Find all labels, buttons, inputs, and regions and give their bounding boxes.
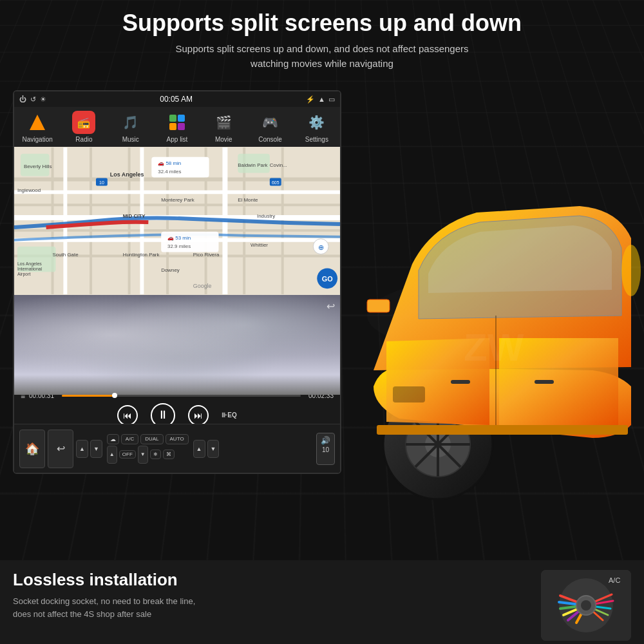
battery-icon: ▭: [328, 95, 335, 104]
device-area: ⏻ ↺ ☀ 00:05 AM ⚡ ▲ ▭ Navigatio: [13, 90, 341, 474]
svg-text:GO: GO: [322, 275, 333, 283]
svg-text:MID CITY: MID CITY: [123, 213, 146, 219]
music-icon: 🎵: [119, 111, 142, 134]
eq-icon[interactable]: ⊪EQ: [222, 412, 236, 419]
applist-label: App list: [167, 136, 188, 143]
svg-text:ZW: ZW: [464, 326, 524, 369]
status-right: ⚡ ▲ ▭: [306, 95, 335, 104]
volume-level: 10: [322, 446, 329, 453]
temp-down-right[interactable]: ▼: [207, 440, 220, 458]
movie-label: Movie: [215, 136, 232, 143]
volume-button[interactable]: 🔊 10: [316, 433, 335, 465]
radio-app-item[interactable]: 📻 Radio: [61, 111, 107, 143]
svg-text:🚗 53 min: 🚗 53 min: [167, 234, 191, 241]
svg-rect-18: [169, 123, 176, 130]
car-image: ZW: [335, 64, 644, 528]
svg-text:Inglewood: Inglewood: [17, 187, 41, 193]
dual-label: DUAL: [140, 434, 163, 444]
radio-icon: 📻: [72, 111, 95, 134]
svg-text:605: 605: [272, 180, 279, 185]
svg-text:32.4 miles: 32.4 miles: [158, 169, 181, 175]
map-svg: Beverly Hills Los Angeles Baldwin Park C…: [14, 147, 340, 295]
app-bar: Navigation 📻 Radio 🎵 Music: [14, 107, 340, 147]
svg-rect-17: [178, 115, 185, 122]
svg-text:Baldwin Park: Baldwin Park: [238, 162, 267, 168]
svg-text:Beverly Hills: Beverly Hills: [24, 164, 52, 169]
nav-icon: [26, 111, 49, 134]
settings-label: Settings: [305, 136, 328, 143]
svg-rect-14: [377, 425, 628, 435]
svg-text:A/C: A/C: [609, 576, 620, 584]
svg-rect-9: [367, 299, 390, 312]
svg-rect-11: [451, 380, 470, 384]
temp-up-right[interactable]: ▲: [193, 440, 205, 458]
svg-text:El Monte: El Monte: [238, 197, 258, 203]
bottom-desc: Socket docking socket, no need to break …: [13, 595, 528, 620]
fan-down[interactable]: ▼: [138, 446, 148, 464]
rear-defroster: ⌘: [163, 450, 175, 459]
fan-up[interactable]: ▲: [107, 446, 117, 464]
sub-title: Supports split screens up and down, and …: [0, 42, 644, 71]
car-area: ZW: [335, 64, 644, 528]
nav-app-item[interactable]: Navigation: [14, 111, 61, 143]
off-label: OFF: [119, 450, 136, 459]
main-title: Supports split screens up and down: [0, 10, 644, 37]
svg-text:Monterey Park: Monterey Park: [161, 197, 194, 203]
console-icon: 🎮: [259, 111, 282, 134]
head-unit: ⏻ ↺ ☀ 00:05 AM ⚡ ▲ ▭ Navigatio: [13, 90, 341, 474]
next-button[interactable]: ⏭: [188, 405, 209, 424]
settings-app-item[interactable]: ⚙️ Settings: [294, 111, 340, 143]
nav-triangle: [30, 115, 45, 130]
settings-icon: ⚙️: [305, 111, 328, 134]
svg-text:Whittier: Whittier: [251, 242, 268, 248]
svg-point-13: [621, 245, 641, 296]
bottom-title: Lossless installation: [13, 570, 528, 590]
svg-rect-10: [393, 386, 425, 402]
svg-text:🚗 58 min: 🚗 58 min: [158, 160, 181, 166]
replay-icon[interactable]: ↩: [327, 300, 335, 312]
svg-text:⊕: ⊕: [318, 243, 324, 251]
movie-icon: 🎬: [212, 111, 235, 134]
svg-rect-16: [169, 115, 176, 122]
svg-text:Pico Rivera: Pico Rivera: [193, 252, 220, 258]
radio-label: Radio: [75, 136, 92, 143]
status-time: 00:05 AM: [46, 95, 306, 104]
brightness-icon: ☀: [40, 95, 46, 104]
home-button[interactable]: 🏠: [19, 430, 45, 468]
progress-bar[interactable]: [62, 395, 301, 397]
connector-svg: A/C: [541, 570, 631, 641]
svg-text:Huntington Park: Huntington Park: [123, 252, 160, 258]
video-controls: ≡ 00:00:31 00:02:33 ⏮ ⏸ ⏭ ⊪EQ: [14, 395, 340, 424]
video-area[interactable]: ↩ ≡ 00:00:31 00:02:33 ⏮: [14, 295, 340, 424]
pause-button[interactable]: ⏸: [151, 403, 175, 424]
prev-button[interactable]: ⏮: [117, 405, 138, 424]
progress-dot: [112, 393, 117, 398]
power-icon: ⏻: [19, 95, 26, 103]
svg-text:10: 10: [99, 180, 104, 185]
controls-row: ⏮ ⏸ ⏭ ⊪EQ: [21, 403, 334, 424]
temp-up-left[interactable]: ▲: [76, 440, 88, 458]
status-left: ⏻ ↺ ☀: [19, 95, 46, 104]
applist-icon: [166, 111, 189, 134]
console-app-item[interactable]: 🎮 Console: [247, 111, 293, 143]
back-button[interactable]: ↩: [48, 430, 73, 468]
volume-icon: 🔊: [321, 436, 330, 445]
svg-text:Los Angeles: Los Angeles: [17, 261, 42, 267]
bottom-text: Lossless installation Socket docking soc…: [13, 570, 528, 620]
cloud-layer: [14, 295, 340, 395]
status-bar: ⏻ ↺ ☀ 00:05 AM ⚡ ▲ ▭: [14, 91, 340, 107]
svg-text:South Gate: South Gate: [53, 252, 79, 258]
console-label: Console: [258, 136, 282, 143]
applist-app-item[interactable]: App list: [154, 111, 200, 143]
video-content: ↩: [14, 295, 340, 395]
auto-label: AUTO: [166, 434, 189, 444]
svg-text:32.9 miles: 32.9 miles: [167, 243, 191, 249]
movie-app-item[interactable]: 🎬 Movie: [200, 111, 247, 143]
svg-text:Downey: Downey: [161, 267, 180, 273]
svg-text:Covin...: Covin...: [270, 162, 287, 168]
map-area[interactable]: Beverly Hills Los Angeles Baldwin Park C…: [14, 147, 340, 295]
nav-label: Navigation: [23, 136, 53, 143]
music-app-item[interactable]: 🎵 Music: [108, 111, 154, 143]
temp-down-left[interactable]: ▼: [90, 440, 102, 458]
progress-fill: [62, 395, 115, 397]
